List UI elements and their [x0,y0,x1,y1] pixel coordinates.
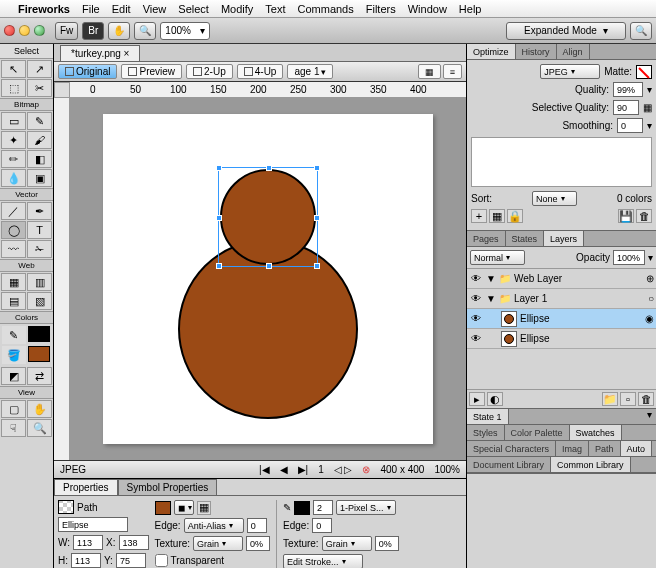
page-select[interactable]: age 1 ▾ [287,64,333,79]
document-tab[interactable]: *turkey.png × [60,45,140,61]
marquee-tool-icon[interactable]: ▭ [1,112,26,130]
eye-icon[interactable]: 👁 [469,273,483,284]
minimize-icon[interactable] [19,25,30,36]
tool-hand-icon[interactable]: ✋ [108,22,130,40]
preview-tab[interactable]: Preview [121,64,182,79]
swatches-tab[interactable]: Swatches [570,425,622,440]
lock-icon[interactable]: 🔒 [507,209,523,223]
pencil-tool-icon[interactable]: ✏ [1,150,26,168]
ellipse-tool-icon[interactable]: ◯ [1,221,26,239]
selection-box[interactable] [218,167,318,267]
eye-icon[interactable]: 👁 [469,313,483,324]
snap-icon[interactable]: ▦ [489,209,505,223]
y-field[interactable]: 75 [116,553,146,568]
menu-text[interactable]: Text [265,3,285,15]
slice-tool-icon[interactable]: ▥ [27,273,52,291]
pointer-tool-icon[interactable]: ↖ [1,60,26,78]
new-folder-icon[interactable]: 📁 [602,392,618,406]
mask-icon[interactable]: ◐ [487,392,503,406]
opacity-field[interactable]: 100% [613,250,645,265]
transparent-checkbox[interactable] [155,554,168,567]
workspace-mode-select[interactable]: Expanded Mode▾ [506,22,626,40]
zoom-field[interactable]: 100%▾ [160,22,210,40]
2up-tab[interactable]: 2-Up [186,64,233,79]
disclosure-icon[interactable]: ▼ [486,273,496,284]
cancel-icon[interactable]: ⊗ [362,464,370,475]
color-palette-tab[interactable]: Color Palette [505,425,570,440]
stroke-swatch[interactable] [28,326,50,342]
menu-edit[interactable]: Edit [112,3,131,15]
fill-texture-select[interactable]: Grain [193,536,243,551]
stepper-icon[interactable]: ▾ [647,84,652,95]
stroke-edge-n[interactable]: 0 [312,518,332,533]
crop-tool-icon[interactable]: ✂ [27,79,52,97]
text-tool-icon[interactable]: T [27,221,52,239]
fill-edge-select[interactable]: Anti-Alias [184,518,244,533]
menu-select[interactable]: Select [178,3,209,15]
blur-tool-icon[interactable]: 💧 [1,169,26,187]
4up-tab[interactable]: 4-Up [237,64,284,79]
eraser-tool-icon[interactable]: ◧ [27,150,52,168]
format-select[interactable]: JPEG [540,64,600,79]
menu-filters[interactable]: Filters [366,3,396,15]
disclosure-icon[interactable]: ▼ [486,293,496,304]
stroke-w-field[interactable]: 2 [313,500,333,515]
artboard[interactable] [103,114,433,444]
vertical-ruler[interactable] [54,98,70,460]
nav-prev-icon[interactable]: ◀ [280,464,288,475]
knife-tool-icon[interactable]: ✁ [27,240,52,258]
opacity-stepper-icon[interactable]: ▾ [648,252,653,263]
handle-w[interactable] [216,215,222,221]
optimize-tab[interactable]: Optimize [467,44,516,59]
fill-swatch[interactable] [28,346,50,362]
sel-quality-field[interactable]: 90 [613,100,639,115]
fill-opt-icon[interactable]: ▦ [197,501,211,515]
menu-help[interactable]: Help [459,3,482,15]
handle-nw[interactable] [216,165,222,171]
horizontal-ruler[interactable]: 050100150200250300350400 [70,82,466,98]
align-tab[interactable]: Align [557,44,590,59]
handle-e[interactable] [314,215,320,221]
states-tab[interactable]: States [506,231,545,246]
smooth-stepper-icon[interactable]: ▾ [647,120,652,131]
layer1-row[interactable]: 👁▼📁Layer 1○ [467,289,656,309]
brush-tool-icon[interactable]: 🖌 [27,131,52,149]
stroke-texture-select[interactable]: Grain [322,536,372,551]
fill-color-icon[interactable]: 🪣 [2,346,26,364]
wand-tool-icon[interactable]: ✦ [1,131,26,149]
canvas-viewport[interactable] [70,98,466,460]
scale-tool-icon[interactable]: ⬚ [1,79,26,97]
layers-tab[interactable]: Layers [544,231,584,246]
zoomtool-icon[interactable]: 🔍 [27,419,52,437]
ellipse1-row[interactable]: 👁Ellipse◉ [467,309,656,329]
menu-commands[interactable]: Commands [298,3,354,15]
fill-swatch2[interactable] [155,501,171,515]
default-colors-icon[interactable]: ◩ [1,367,26,385]
line-tool-icon[interactable]: ／ [1,202,26,220]
fill-type-select[interactable]: ◼ [174,500,194,515]
swap-colors-icon[interactable]: ⇄ [27,367,52,385]
stamp-tool-icon[interactable]: ▣ [27,169,52,187]
hotspot-tool-icon[interactable]: ▦ [1,273,26,291]
screen-mode-icon[interactable]: ▢ [1,400,26,418]
pages-tab[interactable]: Pages [467,231,506,246]
styles-tab[interactable]: Styles [467,425,505,440]
share-icon[interactable]: ⊕ [646,273,654,284]
new-layer-icon[interactable]: ▫ [620,392,636,406]
handle-n[interactable] [266,165,272,171]
path-tab[interactable]: Path [589,441,621,456]
add-color-icon[interactable]: + [471,209,487,223]
handtool-icon[interactable]: ☟ [1,419,26,437]
stroke-texture-pct[interactable]: 0% [375,536,399,551]
handle-s[interactable] [266,263,272,269]
search-icon[interactable]: 🔍 [630,22,652,40]
nav-next-icon[interactable]: ▶| [298,464,309,475]
new-sublayer-icon[interactable]: ▸ [469,392,485,406]
zoom-icon[interactable] [34,25,45,36]
state1-tab[interactable]: State 1 [467,409,509,424]
height-field[interactable]: 113 [71,553,101,568]
freeform-tool-icon[interactable]: 〰 [1,240,26,258]
br-button[interactable]: Br [82,22,104,40]
show-slice-icon[interactable]: ▧ [27,292,52,310]
common-library-tab[interactable]: Common Library [551,457,631,472]
